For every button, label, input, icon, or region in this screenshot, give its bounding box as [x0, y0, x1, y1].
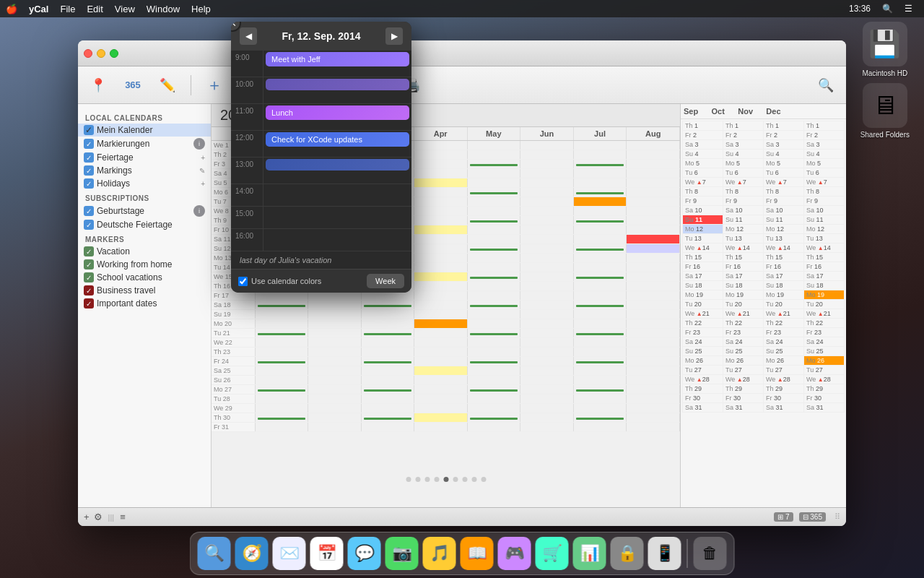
cal-cell-Jul-4[interactable] — [573, 169, 627, 178]
cal-cell-Jan-21[interactable] — [255, 329, 308, 338]
right-cell-Dec-17[interactable]: Sa 17 — [804, 272, 845, 281]
right-cell-Dec-30[interactable]: Fr 30 — [804, 394, 845, 403]
right-cell-Oct-19[interactable]: Mo 19 — [723, 290, 764, 300]
cal-cell-May-1[interactable] — [467, 141, 520, 150]
cal-cell-Jan-27[interactable] — [255, 385, 308, 394]
menu-file[interactable]: File — [60, 4, 75, 14]
cal-cell-Jul-30[interactable] — [573, 413, 627, 423]
right-cell-Sep-5[interactable]: Mo 5 — [683, 159, 723, 168]
right-cell-Sep-16[interactable]: Fr 16 — [683, 262, 723, 272]
right-cell-Sep-8[interactable]: Th 8 — [683, 187, 723, 197]
event-meet-jeff[interactable]: Meet with Jeff — [266, 52, 409, 66]
cal-cell-May-8[interactable] — [467, 207, 520, 216]
cal-cell-Mar-31[interactable] — [361, 423, 414, 432]
right-cell-Sep-31[interactable]: Sa 31 — [683, 403, 723, 413]
app-name[interactable]: yCal — [29, 4, 48, 14]
right-cell-Sep-10[interactable]: Sa 10 — [683, 206, 723, 215]
minimize-button[interactable] — [97, 49, 105, 58]
cal-cell-Jun-14[interactable] — [520, 263, 574, 272]
cal-cell-Jun-26[interactable] — [520, 376, 574, 385]
right-cell-Oct-24[interactable]: Sa 24 — [723, 337, 764, 347]
event-xcode[interactable]: Check for XCode updates — [266, 132, 409, 147]
right-cell-Oct-10[interactable]: Sa 10 — [723, 206, 764, 215]
dock-security[interactable]: 🔒 — [611, 537, 644, 570]
cal-cell-Apr-6[interactable] — [414, 188, 468, 197]
right-cell-Sep-26[interactable]: Mo 26 — [683, 356, 723, 366]
sidebar-item-working-from-home[interactable]: ✓ Working from home — [78, 258, 211, 271]
sidebar-item-business-travel[interactable]: ✓ Business travel — [78, 284, 211, 297]
use-calendar-colors-checkbox[interactable] — [238, 277, 248, 286]
right-cell-Nov-8[interactable]: Th 8 — [764, 187, 804, 197]
cal-cell-Mar-18[interactable] — [361, 301, 414, 310]
cal-cell-Jun-11[interactable] — [520, 235, 574, 244]
cal-cell-Jun-10[interactable] — [520, 225, 574, 235]
cal-cell-Feb-21[interactable] — [308, 329, 362, 338]
cal-cell-Aug-19[interactable] — [627, 310, 680, 319]
holidays-checkbox[interactable]: ✓ — [84, 178, 94, 189]
cal-cell-Jul-8[interactable] — [573, 207, 627, 216]
right-cell-Nov-16[interactable]: Fr 16 — [764, 262, 804, 272]
right-cell-Sep-20[interactable]: Tu 20 — [683, 300, 723, 309]
cal-cell-Jun-6[interactable] — [520, 188, 574, 197]
event-meet-jeff-cont[interactable] — [266, 79, 409, 90]
cal-cell-Apr-30[interactable] — [414, 413, 468, 423]
right-cell-Dec-28[interactable]: We ▲28 — [804, 375, 845, 384]
label-365[interactable]: 365 — [121, 74, 144, 97]
cal-cell-Jul-10[interactable] — [573, 225, 627, 235]
cal-cell-Apr-7[interactable] — [414, 197, 468, 207]
sidebar-item-school-vacations[interactable]: ✓ School vacations — [78, 271, 211, 284]
right-cell-Nov-9[interactable]: Fr 9 — [764, 197, 804, 206]
add-statusbar-button[interactable]: + — [84, 512, 90, 522]
dock-messages[interactable]: 💬 — [348, 537, 381, 570]
cal-cell-Jan-24[interactable] — [255, 357, 308, 366]
search-icon[interactable]: 🔍 — [814, 74, 837, 97]
cal-cell-Mar-29[interactable] — [361, 404, 414, 413]
shared-folders-icon[interactable]: 🖥 Shared Folders — [860, 83, 910, 139]
cal-cell-Apr-12[interactable] — [414, 244, 468, 254]
cal-cell-Apr-19[interactable] — [414, 310, 468, 319]
right-cell-Dec-4[interactable]: Su 4 — [804, 150, 845, 159]
cal-cell-Apr-15[interactable] — [414, 272, 468, 282]
list-icon[interactable]: ≡ — [120, 512, 126, 522]
cal-cell-Jun-30[interactable] — [520, 413, 574, 423]
right-cell-Sep-22[interactable]: Th 22 — [683, 319, 723, 328]
cal-cell-Jan-26[interactable] — [255, 376, 308, 385]
cal-cell-Feb-27[interactable] — [308, 385, 362, 394]
macintosh-hd-icon[interactable]: 💾 Macintosh HD — [860, 22, 910, 77]
right-cell-Nov-7[interactable]: We ▲7 — [764, 178, 804, 187]
right-cell-Nov-19[interactable]: Mo 19 — [764, 290, 804, 300]
right-cell-Dec-8[interactable]: Th 8 — [804, 187, 845, 197]
right-cell-Dec-29[interactable]: Th 29 — [804, 384, 845, 394]
cal-cell-Jan-19[interactable] — [255, 310, 308, 319]
cal-cell-May-30[interactable] — [467, 413, 520, 423]
cal-cell-Jun-13[interactable] — [520, 254, 574, 263]
cal-cell-Feb-25[interactable] — [308, 366, 362, 376]
right-cell-Oct-9[interactable]: Fr 9 — [723, 197, 764, 206]
dot-3[interactable] — [424, 477, 430, 482]
right-cell-Sep-29[interactable]: Th 29 — [683, 384, 723, 394]
cal-cell-Feb-30[interactable] — [308, 413, 362, 423]
cal-cell-Aug-12[interactable] — [627, 244, 680, 254]
right-cell-Nov-5[interactable]: Mo 5 — [764, 159, 804, 168]
cal-cell-Jul-27[interactable] — [573, 385, 627, 394]
cal-cell-Jun-31[interactable] — [520, 423, 574, 432]
cal-cell-Feb-19[interactable] — [308, 310, 362, 319]
right-cell-Dec-10[interactable]: Sa 10 — [804, 206, 845, 215]
right-cell-Sep-14[interactable]: We ▲14 — [683, 243, 723, 253]
right-cell-Dec-21[interactable]: We ▲21 — [804, 309, 845, 319]
cal-cell-May-22[interactable] — [467, 338, 520, 348]
cal-cell-Apr-3[interactable] — [414, 160, 468, 169]
cal-cell-Jul-25[interactable] — [573, 366, 627, 376]
right-cell-Dec-25[interactable]: Su 25 — [804, 347, 845, 356]
dock-finder[interactable]: 🔍 — [198, 537, 231, 570]
cal-cell-May-24[interactable] — [467, 357, 520, 366]
dot-7[interactable] — [462, 477, 467, 482]
sidebar-item-geburtstage[interactable]: ✓ Geburtstage i — [78, 204, 211, 218]
cal-cell-May-20[interactable] — [467, 319, 520, 329]
cal-cell-May-5[interactable] — [467, 178, 520, 188]
menu-help[interactable]: Help — [191, 4, 211, 14]
dot-9[interactable] — [481, 477, 486, 482]
right-cell-Sep-25[interactable]: Su 25 — [683, 347, 723, 356]
right-cell-Dec-22[interactable]: Th 22 — [804, 319, 845, 328]
right-cell-Oct-6[interactable]: Tu 6 — [723, 168, 764, 178]
